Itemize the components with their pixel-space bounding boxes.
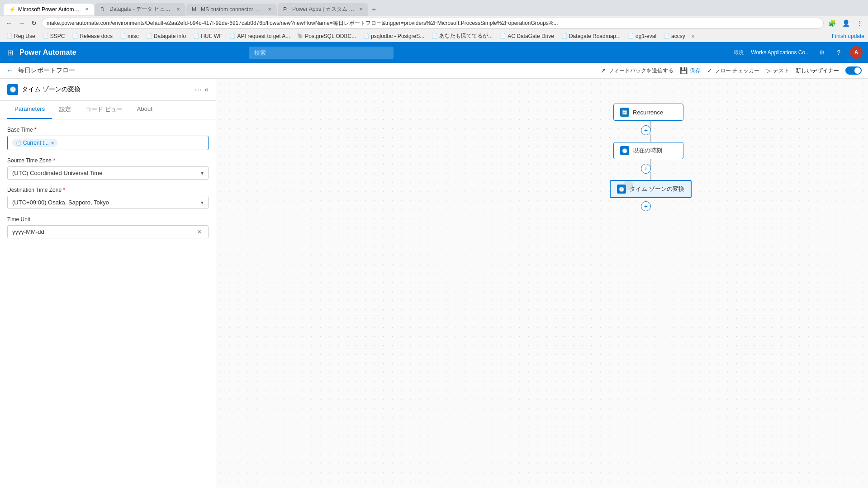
feedback-button[interactable]: ↗ フィードバックを送信する (601, 67, 674, 75)
bookmark-acdatagate[interactable]: 📄AC DataGate Drive (497, 32, 557, 40)
tab-mscustom[interactable]: M MS custom connector demo m ✕ (186, 4, 277, 15)
time-unit-value: yyyy-MM-dd (12, 228, 193, 235)
tab-settings[interactable]: 設定 (52, 101, 78, 119)
tab-title-1: Microsoft Power Automate (18, 6, 81, 13)
add-step-button-2[interactable]: + (641, 164, 651, 174)
destination-timezone-dropdown[interactable]: (UTC+09:00) Osaka, Sapporo, Tokyo ▾ (7, 196, 209, 209)
help-icon[interactable]: ? (835, 48, 843, 57)
panel-more-button[interactable]: ⋯ (194, 85, 202, 94)
profile-button[interactable]: 👤 (840, 19, 852, 28)
sub-header: ← 毎日レポートフロー ↗ フィードバックを送信する 💾 保存 ✓ フロー チェ… (0, 63, 868, 79)
recurrence-label: Recurrence (633, 109, 663, 116)
test-button[interactable]: ▷ テスト (766, 67, 789, 75)
base-time-value[interactable]: 🕐 Current t... ✕ (7, 136, 209, 150)
back-button[interactable]: ← (4, 19, 14, 28)
bookmark-reguse[interactable]: 📄Reg Use (4, 32, 38, 40)
panel-title: タイム ゾーンの変換 (22, 85, 191, 94)
grid-icon[interactable]: ⊞ (5, 47, 15, 59)
app-name: Power Automate (19, 48, 76, 57)
address-bar: ← → ↻ 🧩 👤 ⋮ (0, 16, 868, 30)
tab-close-4[interactable]: ✕ (359, 7, 363, 12)
new-designer-toggle[interactable] (845, 66, 862, 75)
add-step-button-3[interactable]: + (641, 201, 651, 211)
tabs-bar: Parameters 設定 コード ビュー About (0, 101, 216, 119)
connector-1 (650, 121, 651, 129)
token-close-button[interactable]: ✕ (51, 141, 54, 146)
forward-button[interactable]: → (16, 19, 27, 28)
bookmark-sspc[interactable]: 📄SSPC (40, 32, 68, 40)
new-tab-button[interactable]: + (369, 5, 379, 14)
connector-2b (650, 172, 651, 180)
tab-about[interactable]: About (130, 101, 160, 119)
base-time-token: 🕐 Current t... ✕ (12, 139, 58, 147)
flow-canvas[interactable]: 🔄 Recurrence + 🕐 現在の時刻 + 🕐 タイム ゾーンの変換 + (216, 79, 868, 488)
header-company: Works Applications Co... (751, 49, 810, 56)
tab-favicon-2: D (100, 6, 107, 13)
required-marker: * (34, 127, 37, 133)
timezone-convert-node[interactable]: 🕐 タイム ゾーンの変換 (610, 180, 692, 198)
search-input[interactable] (249, 47, 394, 59)
refresh-button[interactable]: ↻ (29, 19, 39, 28)
flow-title: 毎日レポートフロー (18, 66, 75, 75)
tab-close-3[interactable]: ✕ (268, 7, 271, 12)
time-unit-clear-button[interactable]: ✕ (195, 229, 204, 235)
recurrence-icon: 🔄 (620, 108, 629, 117)
settings-icon[interactable]: ⚙ (817, 48, 827, 57)
extensions-button[interactable]: 🧩 (826, 19, 838, 28)
tab-favicon-3: M (192, 6, 198, 13)
save-button[interactable]: 💾 保存 (680, 67, 701, 75)
bookmark-accsy[interactable]: 📄accsy (661, 32, 688, 40)
bookmark-releasedocs[interactable]: 📄Release docs (69, 32, 115, 40)
main-layout: 🕐 タイム ゾーンの変換 ⋯ « Parameters 設定 コード ビュー A… (0, 79, 868, 488)
source-timezone-label: Source Time Zone * (7, 157, 209, 164)
bookmarks-more[interactable]: » (690, 32, 697, 40)
bookmark-anata[interactable]: 📄あなたも慌ててるが... (429, 31, 495, 41)
bookmark-api[interactable]: 📄API request to get A... (227, 32, 293, 40)
connector-2 (650, 159, 651, 167)
header-right: 環境 Works Applications Co... ⚙ ? A (734, 46, 863, 59)
tab-powerapps[interactable]: P Power Apps | カスタム コネクタ ✕ (278, 3, 368, 16)
checker-button[interactable]: ✓ フロー チェッカー (707, 67, 759, 75)
bookmark-postgresql[interactable]: 🐘PostgreSQL ODBC... (294, 32, 359, 40)
bookmark-datgateinfo[interactable]: 📄Datagate info (143, 32, 189, 40)
avatar[interactable]: A (850, 46, 863, 59)
tab-title-3: MS custom connector demo m (201, 6, 263, 13)
browser-chrome: ⚡ Microsoft Power Automate ✕ D Datagate … (0, 0, 868, 42)
bookmark-roadmap[interactable]: 📄Datagate Roadmap... (559, 32, 623, 40)
source-timezone-dropdown[interactable]: (UTC) Coordinated Universal Time ▾ (7, 166, 209, 180)
source-timezone-field: Source Time Zone * (UTC) Coordinated Uni… (7, 157, 209, 180)
base-time-label: Base Time * (7, 127, 209, 133)
bookmark-huewf[interactable]: 📄HUE WF (190, 32, 225, 40)
back-button[interactable]: ← (6, 66, 14, 75)
nav-buttons: ← → ↻ (4, 19, 39, 28)
panel-collapse-button[interactable]: « (204, 85, 209, 94)
current-time-icon: 🕐 (620, 146, 629, 155)
bookmarks-bar: 📄Reg Use 📄SSPC 📄Release docs 📄misc 📄Data… (0, 30, 868, 42)
recurrence-node[interactable]: 🔄 Recurrence (613, 104, 683, 121)
tab-close-1[interactable]: ✕ (85, 7, 89, 12)
bookmark-psqlodbc[interactable]: 📄psqlodbc - PostgreS... (360, 32, 427, 40)
current-time-node[interactable]: 🕐 現在の時刻 (613, 142, 683, 159)
settings-button[interactable]: ⋮ (854, 19, 864, 28)
tab-code-view[interactable]: コード ビュー (78, 101, 130, 119)
cursor-dot (626, 184, 630, 187)
destination-timezone-field: Destination Time Zone * (UTC+09:00) Osak… (7, 187, 209, 209)
tab-datagate[interactable]: D Datagate - データ ビューアー ✕ (95, 3, 185, 16)
tab-bar: ⚡ Microsoft Power Automate ✕ D Datagate … (0, 0, 868, 16)
time-unit-input[interactable]: yyyy-MM-dd ✕ (7, 225, 209, 238)
search-box (249, 47, 394, 59)
bookmark-misc[interactable]: 📄misc (117, 32, 142, 40)
app-header: ⊞ Power Automate 環境 Works Applications C… (0, 42, 868, 63)
tab-title-2: Datagate - データ ビューアー (109, 5, 172, 13)
time-unit-label: Time Unit (7, 216, 209, 223)
add-step-button-1[interactable]: + (641, 125, 651, 135)
tab-parameters[interactable]: Parameters (7, 101, 52, 119)
timezone-label: タイム ゾーンの変換 (630, 185, 684, 193)
address-input[interactable] (42, 18, 824, 28)
tab-close-2[interactable]: ✕ (176, 7, 180, 12)
sub-header-actions: ↗ フィードバックを送信する 💾 保存 ✓ フロー チェッカー ▷ テスト 新し… (601, 66, 862, 75)
finish-update-btn[interactable]: Finish update (832, 33, 864, 39)
tab-powerautomate[interactable]: ⚡ Microsoft Power Automate ✕ (4, 4, 94, 15)
checker-icon: ✓ (707, 67, 712, 74)
bookmark-dg1eval[interactable]: 📄dg1-eval (625, 32, 659, 40)
